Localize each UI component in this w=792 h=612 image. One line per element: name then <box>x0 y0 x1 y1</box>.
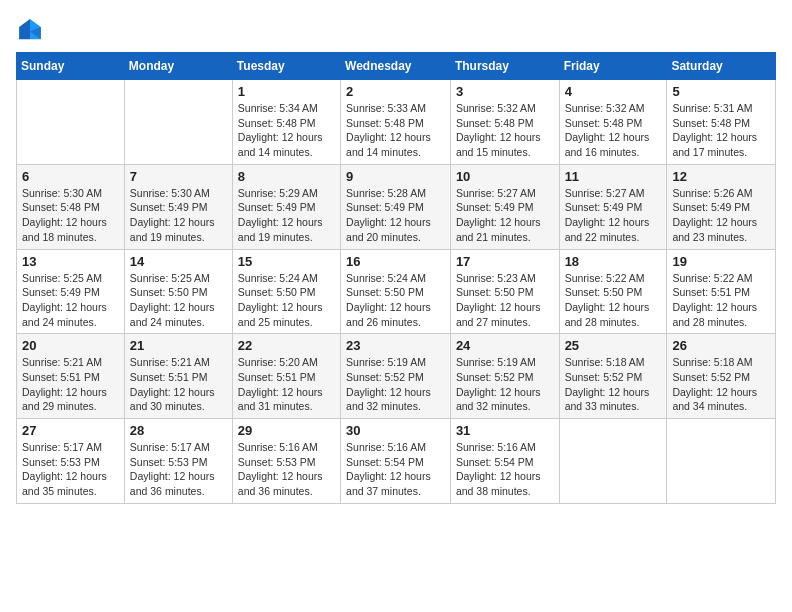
day-info: Sunrise: 5:30 AMSunset: 5:48 PMDaylight:… <box>22 186 119 245</box>
calendar-cell: 22Sunrise: 5:20 AMSunset: 5:51 PMDayligh… <box>232 334 340 419</box>
day-number: 14 <box>130 254 227 269</box>
day-number: 29 <box>238 423 335 438</box>
day-number: 27 <box>22 423 119 438</box>
weekday-header: Friday <box>559 53 667 80</box>
day-number: 17 <box>456 254 554 269</box>
day-number: 11 <box>565 169 662 184</box>
calendar-cell: 6Sunrise: 5:30 AMSunset: 5:48 PMDaylight… <box>17 164 125 249</box>
day-info: Sunrise: 5:29 AMSunset: 5:49 PMDaylight:… <box>238 186 335 245</box>
calendar-cell: 2Sunrise: 5:33 AMSunset: 5:48 PMDaylight… <box>341 80 451 165</box>
day-info: Sunrise: 5:17 AMSunset: 5:53 PMDaylight:… <box>130 440 227 499</box>
calendar-cell: 10Sunrise: 5:27 AMSunset: 5:49 PMDayligh… <box>450 164 559 249</box>
day-number: 9 <box>346 169 445 184</box>
day-info: Sunrise: 5:32 AMSunset: 5:48 PMDaylight:… <box>456 101 554 160</box>
logo-icon <box>16 16 44 44</box>
day-info: Sunrise: 5:34 AMSunset: 5:48 PMDaylight:… <box>238 101 335 160</box>
day-number: 30 <box>346 423 445 438</box>
day-info: Sunrise: 5:17 AMSunset: 5:53 PMDaylight:… <box>22 440 119 499</box>
day-number: 31 <box>456 423 554 438</box>
calendar-cell: 7Sunrise: 5:30 AMSunset: 5:49 PMDaylight… <box>124 164 232 249</box>
day-number: 24 <box>456 338 554 353</box>
calendar-cell: 23Sunrise: 5:19 AMSunset: 5:52 PMDayligh… <box>341 334 451 419</box>
day-info: Sunrise: 5:25 AMSunset: 5:50 PMDaylight:… <box>130 271 227 330</box>
day-info: Sunrise: 5:21 AMSunset: 5:51 PMDaylight:… <box>130 355 227 414</box>
calendar-cell: 15Sunrise: 5:24 AMSunset: 5:50 PMDayligh… <box>232 249 340 334</box>
day-number: 22 <box>238 338 335 353</box>
calendar-cell: 9Sunrise: 5:28 AMSunset: 5:49 PMDaylight… <box>341 164 451 249</box>
weekday-header: Thursday <box>450 53 559 80</box>
day-number: 13 <box>22 254 119 269</box>
calendar-cell: 13Sunrise: 5:25 AMSunset: 5:49 PMDayligh… <box>17 249 125 334</box>
day-number: 23 <box>346 338 445 353</box>
calendar-cell: 14Sunrise: 5:25 AMSunset: 5:50 PMDayligh… <box>124 249 232 334</box>
calendar-cell <box>559 419 667 504</box>
calendar-cell: 30Sunrise: 5:16 AMSunset: 5:54 PMDayligh… <box>341 419 451 504</box>
weekday-header: Monday <box>124 53 232 80</box>
day-info: Sunrise: 5:18 AMSunset: 5:52 PMDaylight:… <box>565 355 662 414</box>
calendar-cell <box>124 80 232 165</box>
calendar-cell: 12Sunrise: 5:26 AMSunset: 5:49 PMDayligh… <box>667 164 776 249</box>
day-number: 28 <box>130 423 227 438</box>
day-number: 16 <box>346 254 445 269</box>
calendar-cell: 25Sunrise: 5:18 AMSunset: 5:52 PMDayligh… <box>559 334 667 419</box>
day-info: Sunrise: 5:32 AMSunset: 5:48 PMDaylight:… <box>565 101 662 160</box>
day-info: Sunrise: 5:30 AMSunset: 5:49 PMDaylight:… <box>130 186 227 245</box>
day-number: 2 <box>346 84 445 99</box>
calendar-cell: 31Sunrise: 5:16 AMSunset: 5:54 PMDayligh… <box>450 419 559 504</box>
calendar-cell: 16Sunrise: 5:24 AMSunset: 5:50 PMDayligh… <box>341 249 451 334</box>
day-info: Sunrise: 5:27 AMSunset: 5:49 PMDaylight:… <box>456 186 554 245</box>
day-info: Sunrise: 5:26 AMSunset: 5:49 PMDaylight:… <box>672 186 770 245</box>
day-number: 20 <box>22 338 119 353</box>
day-info: Sunrise: 5:16 AMSunset: 5:53 PMDaylight:… <box>238 440 335 499</box>
day-number: 19 <box>672 254 770 269</box>
day-info: Sunrise: 5:25 AMSunset: 5:49 PMDaylight:… <box>22 271 119 330</box>
calendar-cell: 24Sunrise: 5:19 AMSunset: 5:52 PMDayligh… <box>450 334 559 419</box>
day-number: 1 <box>238 84 335 99</box>
day-number: 12 <box>672 169 770 184</box>
day-info: Sunrise: 5:22 AMSunset: 5:51 PMDaylight:… <box>672 271 770 330</box>
calendar-table: SundayMondayTuesdayWednesdayThursdayFrid… <box>16 52 776 504</box>
day-number: 4 <box>565 84 662 99</box>
day-info: Sunrise: 5:27 AMSunset: 5:49 PMDaylight:… <box>565 186 662 245</box>
calendar-cell: 5Sunrise: 5:31 AMSunset: 5:48 PMDaylight… <box>667 80 776 165</box>
calendar-cell: 8Sunrise: 5:29 AMSunset: 5:49 PMDaylight… <box>232 164 340 249</box>
day-number: 7 <box>130 169 227 184</box>
calendar-cell: 28Sunrise: 5:17 AMSunset: 5:53 PMDayligh… <box>124 419 232 504</box>
day-number: 15 <box>238 254 335 269</box>
day-info: Sunrise: 5:20 AMSunset: 5:51 PMDaylight:… <box>238 355 335 414</box>
day-info: Sunrise: 5:16 AMSunset: 5:54 PMDaylight:… <box>346 440 445 499</box>
calendar-cell: 20Sunrise: 5:21 AMSunset: 5:51 PMDayligh… <box>17 334 125 419</box>
day-number: 25 <box>565 338 662 353</box>
calendar-cell: 18Sunrise: 5:22 AMSunset: 5:50 PMDayligh… <box>559 249 667 334</box>
day-number: 5 <box>672 84 770 99</box>
calendar-cell <box>667 419 776 504</box>
day-number: 8 <box>238 169 335 184</box>
logo <box>16 16 48 44</box>
calendar-cell: 26Sunrise: 5:18 AMSunset: 5:52 PMDayligh… <box>667 334 776 419</box>
day-info: Sunrise: 5:33 AMSunset: 5:48 PMDaylight:… <box>346 101 445 160</box>
calendar-cell: 27Sunrise: 5:17 AMSunset: 5:53 PMDayligh… <box>17 419 125 504</box>
day-info: Sunrise: 5:16 AMSunset: 5:54 PMDaylight:… <box>456 440 554 499</box>
calendar-cell: 17Sunrise: 5:23 AMSunset: 5:50 PMDayligh… <box>450 249 559 334</box>
day-number: 3 <box>456 84 554 99</box>
calendar-cell <box>17 80 125 165</box>
day-info: Sunrise: 5:28 AMSunset: 5:49 PMDaylight:… <box>346 186 445 245</box>
day-info: Sunrise: 5:19 AMSunset: 5:52 PMDaylight:… <box>456 355 554 414</box>
weekday-header: Tuesday <box>232 53 340 80</box>
weekday-header: Sunday <box>17 53 125 80</box>
calendar-cell: 3Sunrise: 5:32 AMSunset: 5:48 PMDaylight… <box>450 80 559 165</box>
calendar-header: SundayMondayTuesdayWednesdayThursdayFrid… <box>17 53 776 80</box>
page-header <box>16 16 776 44</box>
day-info: Sunrise: 5:19 AMSunset: 5:52 PMDaylight:… <box>346 355 445 414</box>
day-number: 21 <box>130 338 227 353</box>
day-info: Sunrise: 5:23 AMSunset: 5:50 PMDaylight:… <box>456 271 554 330</box>
day-info: Sunrise: 5:24 AMSunset: 5:50 PMDaylight:… <box>346 271 445 330</box>
calendar-cell: 19Sunrise: 5:22 AMSunset: 5:51 PMDayligh… <box>667 249 776 334</box>
day-info: Sunrise: 5:31 AMSunset: 5:48 PMDaylight:… <box>672 101 770 160</box>
day-info: Sunrise: 5:24 AMSunset: 5:50 PMDaylight:… <box>238 271 335 330</box>
calendar-cell: 29Sunrise: 5:16 AMSunset: 5:53 PMDayligh… <box>232 419 340 504</box>
calendar-cell: 11Sunrise: 5:27 AMSunset: 5:49 PMDayligh… <box>559 164 667 249</box>
day-number: 10 <box>456 169 554 184</box>
calendar-cell: 4Sunrise: 5:32 AMSunset: 5:48 PMDaylight… <box>559 80 667 165</box>
day-number: 6 <box>22 169 119 184</box>
